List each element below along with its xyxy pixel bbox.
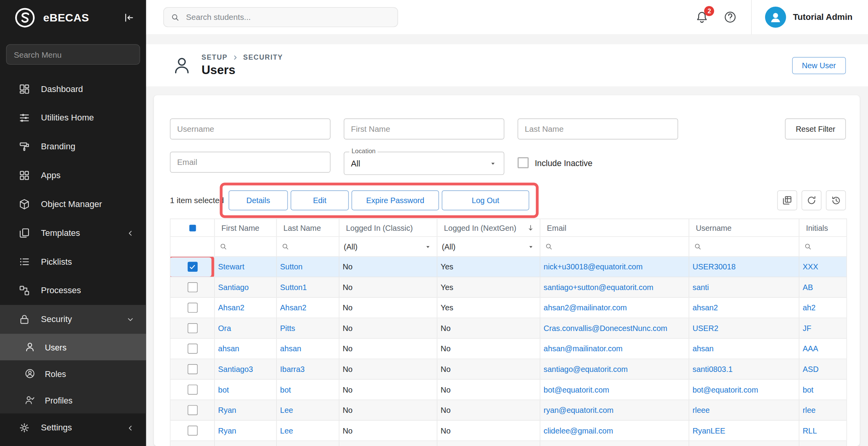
row-checkbox[interactable] — [188, 262, 198, 272]
cell-last-name[interactable]: Ibarra3 — [277, 359, 339, 379]
cell-first-name[interactable]: ahsan — [215, 339, 277, 359]
cell-initials[interactable]: A.J — [799, 441, 847, 446]
copy-table-button[interactable] — [777, 190, 797, 210]
cell-last-name[interactable]: Sutton1 — [277, 277, 339, 297]
sidebar-item-profiles[interactable]: Profiles — [0, 387, 146, 413]
cell-email[interactable]: tes22t@test.com — [540, 441, 689, 446]
cell-email[interactable]: bot@equatorit.com — [540, 380, 689, 400]
cell-first-name[interactable]: Ahsan2 — [215, 298, 277, 318]
sidebar-item-roles[interactable]: Roles — [0, 360, 146, 387]
header-first-name[interactable]: First Name — [215, 219, 277, 236]
expire-password-button[interactable]: Expire Password — [351, 190, 439, 210]
breadcrumb-security[interactable]: SECURITY — [243, 53, 283, 61]
breadcrumb-setup[interactable]: SETUP — [202, 53, 228, 61]
global-search-input[interactable] — [185, 12, 391, 22]
cell-initials[interactable]: bot — [799, 380, 847, 400]
initials-column-filter[interactable] — [799, 237, 847, 257]
row-checkbox[interactable] — [188, 364, 198, 374]
cell-initials[interactable]: ah2 — [799, 298, 847, 318]
cell-last-name[interactable]: bot — [277, 380, 339, 400]
select-all-checkbox[interactable] — [189, 225, 196, 231]
cell-email[interactable]: ryan@equatorit.com — [540, 400, 689, 420]
cell-first-name[interactable]: bot — [215, 380, 277, 400]
last-name-filter-input[interactable] — [517, 119, 678, 140]
row-checkbox[interactable] — [188, 344, 198, 354]
cell-username[interactable]: user2tes2t — [689, 441, 799, 446]
row-checkbox[interactable] — [188, 385, 198, 395]
cell-first-name[interactable]: Stewart — [215, 441, 277, 446]
sidebar-item-picklists[interactable]: Picklists — [0, 248, 146, 276]
cell-email[interactable]: santiago@equatorit.com — [540, 359, 689, 379]
cell-last-name[interactable]: Sutton — [277, 257, 339, 277]
cell-last-name[interactable]: Pitts — [277, 318, 339, 338]
cell-username[interactable]: RyanLEE — [689, 421, 799, 441]
row-checkbox[interactable] — [188, 323, 198, 333]
cell-username[interactable]: USER2 — [689, 318, 799, 338]
cell-initials[interactable]: JF — [799, 318, 847, 338]
cell-initials[interactable]: rlee — [799, 400, 847, 420]
header-email[interactable]: Email — [540, 219, 689, 236]
cell-initials[interactable]: RLL — [799, 421, 847, 441]
avatar[interactable] — [765, 7, 786, 28]
sidebar-item-branding[interactable]: Branding — [0, 132, 146, 161]
row-checkbox[interactable] — [188, 303, 198, 313]
cell-last-name[interactable]: Sutton — [277, 441, 339, 446]
cell-username[interactable]: ahsan — [689, 339, 799, 359]
username-column-filter[interactable] — [689, 237, 799, 257]
sidebar-item-processes[interactable]: Processes — [0, 276, 146, 305]
cell-initials[interactable]: AAA — [799, 339, 847, 359]
first-name-column-filter[interactable] — [215, 237, 277, 257]
cell-username[interactable]: bot@equatorit.com — [689, 380, 799, 400]
last-name-column-filter[interactable] — [277, 237, 339, 257]
cell-last-name[interactable]: Lee — [277, 421, 339, 441]
include-inactive[interactable]: Include Inactive — [517, 157, 592, 168]
refresh-button[interactable] — [802, 190, 822, 210]
cell-username[interactable]: santi0803.1 — [689, 359, 799, 379]
cell-initials[interactable]: XXX — [799, 257, 847, 277]
global-search[interactable] — [163, 7, 398, 27]
sidebar-item-settings[interactable]: Settings — [0, 413, 146, 442]
cell-username[interactable]: USER30018 — [689, 257, 799, 277]
cell-first-name[interactable]: Santiago3 — [215, 359, 277, 379]
first-name-filter-input[interactable] — [344, 119, 505, 140]
sidebar-item-utilities-home[interactable]: Utilities Home — [0, 103, 146, 132]
sidebar-item-apps[interactable]: Apps — [0, 161, 146, 190]
help-icon[interactable] — [724, 11, 737, 24]
header-username[interactable]: Username — [689, 219, 799, 236]
log-out-button[interactable]: Log Out — [442, 190, 529, 210]
header-initials[interactable]: Initials — [799, 219, 847, 236]
cell-email[interactable]: ahsan2@mailinator.com — [540, 298, 689, 318]
cell-email[interactable]: santiago+sutton@equatorit.com — [540, 277, 689, 297]
cell-initials[interactable]: AB — [799, 277, 847, 297]
header-last-name[interactable]: Last Name — [277, 219, 339, 236]
user-name[interactable]: Tutorial Admin — [793, 12, 868, 22]
cell-last-name[interactable]: ahsan — [277, 339, 339, 359]
cell-email[interactable]: clidelee@gmail.com — [540, 421, 689, 441]
nextgen-column-filter-select[interactable]: (All) — [438, 237, 540, 257]
cell-first-name[interactable]: Ryan — [215, 400, 277, 420]
email-column-filter[interactable] — [540, 237, 689, 257]
sidebar-item-users[interactable]: Users — [0, 334, 146, 360]
sidebar-collapse-icon[interactable] — [123, 12, 135, 24]
sidebar-item-security[interactable]: Security — [0, 305, 146, 334]
cell-initials[interactable]: ASD — [799, 359, 847, 379]
row-checkbox[interactable] — [188, 282, 198, 292]
cell-last-name[interactable]: Lee — [277, 400, 339, 420]
notifications-button[interactable]: 2 — [696, 11, 709, 24]
cell-username[interactable]: santi — [689, 277, 799, 297]
cell-email[interactable]: ahsan@mailinator.com — [540, 339, 689, 359]
include-inactive-checkbox[interactable] — [517, 157, 528, 168]
details-button[interactable]: Details — [229, 190, 288, 210]
cell-email[interactable]: nick+u30018@equatorit.com — [540, 257, 689, 277]
cell-username[interactable]: rleee — [689, 400, 799, 420]
new-user-button[interactable]: New User — [792, 57, 846, 74]
header-select-all[interactable] — [170, 219, 215, 236]
row-checkbox[interactable] — [188, 426, 198, 436]
username-filter-input[interactable] — [170, 119, 331, 140]
sidebar-search-input[interactable] — [6, 44, 140, 65]
edit-button[interactable]: Edit — [291, 190, 349, 210]
history-button[interactable] — [826, 190, 846, 210]
row-checkbox[interactable] — [188, 405, 198, 415]
sidebar-item-object-manager[interactable]: Object Manager — [0, 190, 146, 219]
cell-first-name[interactable]: Santiago — [215, 277, 277, 297]
